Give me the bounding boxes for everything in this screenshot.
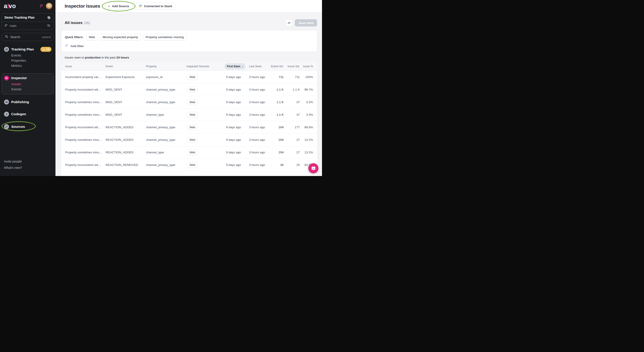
map-icon (4, 47, 9, 52)
avatar[interactable] (46, 3, 52, 9)
sidebar-item-inspector-issues[interactable]: Issues (12, 82, 54, 87)
cloud-upload-icon (4, 100, 9, 105)
table-row[interactable]: Property sometimes missing MSG_SENT chan… (61, 108, 317, 121)
table-row[interactable]: Property inconsistent with tr… REACTION_… (61, 159, 317, 171)
col-issue[interactable]: Issue (65, 65, 106, 68)
issues-summary: Issues seen in production in the past 24… (61, 56, 317, 59)
link-icon (4, 124, 9, 129)
view-title: All issues (65, 21, 82, 25)
chat-bubble-button[interactable] (308, 163, 318, 173)
next-row-partial (61, 171, 317, 176)
sidebar-item-inspector[interactable]: Inspector (2, 75, 54, 81)
filter-chip-missing-expected-property[interactable]: Missing expected property (100, 34, 141, 40)
page-header: Inspector Issues + Add Source Connected … (56, 0, 322, 12)
view-bar: All issues (35) Save view (61, 19, 317, 26)
issues-table: Issue Event Property Impacted Sources Fi… (61, 62, 317, 176)
warning-triangle-icon (42, 48, 45, 51)
gear-icon[interactable] (47, 15, 51, 19)
sidebar: a vo Demo Tracking Plan main (0, 0, 56, 176)
table-row[interactable]: Property sometimes missing MSG_SENT chan… (61, 96, 317, 108)
connected-to-slack-button[interactable]: Connected to Slack (136, 3, 175, 10)
quick-filters-label: Quick filters: (65, 35, 84, 39)
invite-people-link[interactable]: Invite people (4, 159, 52, 164)
sort-desc-arrow-icon: ↓ (242, 65, 243, 68)
workspace-row[interactable]: Demo Tracking Plan (2, 13, 54, 21)
avo-logo-pink-bar (8, 3, 8, 9)
tracking-plan-warning-badge[interactable]: 14 (40, 47, 52, 52)
add-source-button[interactable]: + Add Source (105, 3, 132, 10)
sidebar-item-codegen[interactable]: Codegen (2, 111, 54, 118)
sidebar-item-label: Publishing (11, 100, 29, 104)
table-row[interactable]: Inconsistent property value t… Experimen… (61, 71, 317, 83)
avo-logo-a: a (4, 3, 8, 9)
sidebar-item-publishing[interactable]: Publishing (2, 99, 54, 105)
sidebar-top: a vo (0, 0, 56, 9)
share-button[interactable] (286, 19, 292, 26)
sidebar-item-label: Inspector (11, 76, 27, 80)
slack-icon (139, 4, 142, 8)
table-header-row: Issue Event Property Impacted Sources Fi… (61, 62, 317, 71)
source-badge: Web (186, 124, 198, 130)
sidebar-item-metrics[interactable]: Metrics (11, 63, 54, 68)
inspector-section: Inspector Issues Events (2, 73, 54, 94)
content: All issues (35) Save view Quick filters:… (56, 12, 322, 176)
sidebar-item-tracking-plan[interactable]: Tracking Plan 14 (2, 46, 54, 53)
avo-logo-vo: vo (9, 3, 16, 9)
sidebar-item-label: Sources (11, 125, 25, 129)
plus-icon: + (108, 4, 110, 8)
sidebar-item-inspector-events[interactable]: Events (12, 87, 54, 92)
branch-icon (4, 23, 8, 28)
source-badge: Web (186, 87, 198, 93)
search-input[interactable]: Search cmd+k (2, 33, 54, 41)
tracking-plan-sublist: Events Properties Metrics (2, 53, 54, 68)
filter-lines-icon (65, 44, 68, 48)
main-area: Inspector Issues + Add Source Connected … (56, 0, 322, 176)
table-row[interactable]: Property sometimes missing REACTION_ADDE… (61, 146, 317, 159)
whats-new-link[interactable]: What's new? (4, 165, 52, 171)
sources-annotated: Sources (2, 123, 54, 130)
filter-chip-property-sometimes-missing[interactable]: Property sometimes missing (143, 34, 186, 40)
branch-row[interactable]: main (2, 21, 54, 30)
source-badge: Web (186, 74, 198, 80)
workspace-name: Demo Tracking Plan (4, 16, 34, 19)
source-badge: Web (186, 112, 198, 118)
col-event-vol[interactable]: Event Vol. (269, 65, 284, 68)
col-property[interactable]: Property (146, 65, 186, 68)
search-placeholder: Search (10, 35, 20, 39)
col-issue-pct[interactable]: Issue % (300, 65, 313, 68)
col-event[interactable]: Event (106, 65, 146, 68)
flag-icon[interactable] (39, 4, 44, 8)
col-issue-vol[interactable]: Issue Vol. (284, 65, 300, 68)
filter-chip-web[interactable]: Web (86, 34, 98, 40)
app-window: a vo Demo Tracking Plan main (0, 0, 322, 176)
save-view-button[interactable]: Save view (295, 19, 317, 26)
page-title: Inspector Issues (65, 3, 100, 9)
sidebar-footer: Invite people What's new? (0, 159, 56, 176)
sidebar-item-events[interactable]: Events (11, 53, 54, 58)
new-branch-icon[interactable] (47, 24, 51, 27)
branch-name: main (10, 24, 16, 27)
table-row[interactable]: Property inconsistent with tr… REACTION_… (61, 121, 317, 133)
view-actions: Save view (286, 19, 317, 26)
inspector-sublist: Issues Events (2, 82, 54, 92)
add-source-annotated: + Add Source (105, 3, 132, 10)
search-icon (5, 35, 8, 39)
sidebar-item-properties[interactable]: Properties (11, 58, 54, 63)
sidebar-item-sources[interactable]: Sources (2, 123, 54, 130)
sort-first-seen[interactable]: First Seen ↓ (224, 63, 246, 69)
table-row[interactable]: Property sometimes missing REACTION_ADDE… (61, 133, 317, 146)
quick-filters-row: Quick filters: Web Missing expected prop… (65, 34, 313, 40)
time-range: 24 hours (116, 56, 129, 59)
table-row[interactable]: Property inconsistent with tr… MSG_SENT … (61, 83, 317, 96)
quick-filters-card: Quick filters: Web Missing expected prop… (61, 30, 317, 52)
sidebar-nav: Tracking Plan 14 Events Properties Metri… (0, 46, 56, 130)
env-production: production (85, 56, 101, 59)
search-shortcut: cmd+k (42, 35, 51, 39)
col-impacted-sources[interactable]: Impacted Sources (186, 65, 224, 68)
workspace-box: Demo Tracking Plan main (2, 13, 54, 30)
col-last-seen[interactable]: Last Seen (247, 65, 269, 68)
inspector-avo-mark-icon (4, 76, 9, 80)
chat-icon (311, 166, 316, 171)
avo-logo[interactable]: a vo (4, 3, 16, 9)
add-filter-button[interactable]: Add filter (65, 44, 313, 48)
